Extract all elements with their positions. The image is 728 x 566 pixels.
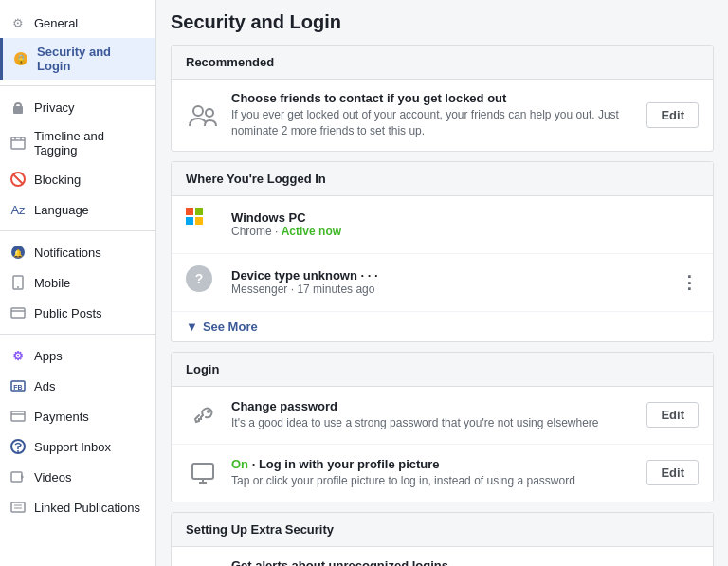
windows-pc-row: Windows PC Chrome · Active now (172, 196, 713, 254)
svg-rect-3 (15, 103, 21, 108)
logged-in-card: Where You're Logged In Windows PC Chrome (171, 161, 714, 342)
extra-security-header: Setting Up Extra Security (172, 513, 713, 547)
sidebar-label-notifications: Notifications (34, 246, 101, 260)
svg-point-28 (206, 109, 213, 117)
unknown-device-name: Device type unknown · · · (231, 268, 681, 283)
page-title: Security and Login (171, 11, 714, 33)
sidebar-item-notifications[interactable]: 🔔 Notifications (0, 237, 155, 267)
change-password-action: Edit (646, 402, 699, 428)
svg-rect-14 (11, 308, 25, 318)
unknown-device-menu[interactable]: ⋮ (681, 272, 699, 293)
choose-friends-icon (186, 98, 220, 132)
unknown-device-info: Device type unknown · · · Messenger · 17… (231, 268, 681, 296)
profile-picture-login-text: Log in with your profile picture (259, 457, 440, 471)
notifications-icon: 🔔 (9, 244, 27, 261)
public-icon (9, 304, 27, 321)
windows-pc-icon (186, 208, 220, 242)
profile-login-separator: · (252, 457, 259, 471)
see-more-button[interactable]: ▼ See More (172, 312, 713, 341)
change-password-edit-button[interactable]: Edit (646, 402, 699, 428)
change-password-row: Change password It's a good idea to use … (172, 387, 713, 445)
svg-rect-24 (11, 502, 25, 512)
alerts-title: Get alerts about unrecognized logins (231, 558, 637, 566)
change-password-desc: It's a good idea to use a strong passwor… (231, 415, 637, 431)
profile-picture-login-title: On · Log in with your profile picture (231, 457, 637, 471)
sidebar-label-videos: Videos (34, 470, 72, 484)
windows-pc-dot: · (275, 225, 282, 238)
svg-point-27 (193, 106, 203, 116)
choose-friends-action: Edit (646, 102, 699, 128)
sidebar-divider-1 (0, 85, 155, 86)
privacy-icon (9, 99, 27, 116)
sidebar: ⚙ General 🔒 Security and Login Privacy T… (0, 0, 156, 566)
svg-point-13 (17, 286, 19, 288)
choose-friends-content: Choose friends to contact if you get loc… (231, 91, 637, 139)
choose-friends-edit-button[interactable]: Edit (646, 102, 699, 128)
profile-picture-login-row: On · Log in with your profile picture Ta… (172, 445, 713, 502)
general-icon: ⚙ (9, 14, 27, 31)
change-password-icon (186, 398, 220, 432)
sidebar-item-timeline[interactable]: Timeline and Tagging (0, 122, 155, 164)
sidebar-item-language[interactable]: Az Language (0, 194, 155, 225)
change-password-title: Change password (231, 399, 637, 413)
sidebar-item-general[interactable]: ⚙ General (0, 8, 155, 38)
sidebar-label-privacy: Privacy (34, 100, 75, 115)
sidebar-label-ads: Ads (34, 379, 55, 393)
videos-icon (9, 468, 27, 485)
recommended-header: Recommended (172, 46, 713, 80)
svg-text:🔔: 🔔 (13, 248, 23, 258)
windows-pc-browser: Chrome (231, 225, 272, 238)
sidebar-label-payments: Payments (34, 410, 89, 424)
svg-point-29 (207, 410, 210, 413)
unknown-device-dots: · · · (361, 268, 378, 283)
svg-rect-30 (192, 464, 213, 479)
alerts-content: Get alerts about unrecognized logins We'… (231, 558, 637, 566)
sidebar-label-security: Security and Login (37, 45, 146, 73)
sidebar-item-support[interactable]: Support Inbox (0, 431, 155, 462)
unknown-device-time: 17 minutes ago (297, 283, 374, 296)
login-card: Login Change password It's a good idea t… (171, 352, 714, 502)
windows-pc-info: Windows PC Chrome · Active now (231, 210, 699, 238)
sidebar-item-mobile[interactable]: Mobile (0, 267, 155, 298)
see-more-label: See More (203, 320, 258, 334)
unknown-device-icon: ? (186, 265, 220, 300)
sidebar-item-ads[interactable]: FB Ads (0, 371, 155, 401)
profile-picture-login-icon (186, 456, 220, 490)
sidebar-item-public[interactable]: Public Posts (0, 298, 155, 328)
choose-friends-row: Choose friends to contact if you get loc… (172, 80, 713, 151)
sidebar-label-language: Language (34, 203, 89, 217)
sidebar-item-payments[interactable]: Payments (0, 401, 155, 431)
unknown-device-status: Messenger · 17 minutes ago (231, 283, 681, 296)
choose-friends-title: Choose friends to contact if you get loc… (231, 91, 637, 105)
chevron-down-icon: ▼ (186, 320, 198, 334)
unknown-device-app: Messenger (231, 283, 287, 296)
sidebar-item-linked[interactable]: Linked Publications (0, 492, 155, 522)
svg-text:🔒: 🔒 (15, 53, 27, 65)
windows-pc-status: Chrome · Active now (231, 225, 699, 238)
sidebar-item-apps[interactable]: ⚙ Apps (0, 340, 155, 371)
windows-pc-active: Active now (282, 225, 341, 238)
svg-point-21 (17, 450, 19, 452)
change-password-content: Change password It's a good idea to use … (231, 399, 637, 431)
sidebar-item-blocking[interactable]: Blocking (0, 164, 155, 194)
svg-line-9 (13, 174, 23, 184)
main-content: Security and Login Recommended Choose fr… (156, 0, 728, 566)
svg-text:FB: FB (13, 384, 22, 391)
profile-picture-login-action: Edit (646, 460, 699, 485)
sidebar-label-support: Support Inbox (34, 440, 111, 454)
logged-in-header: Where You're Logged In (172, 162, 713, 196)
sidebar-label-mobile: Mobile (34, 276, 70, 290)
login-header: Login (172, 353, 713, 387)
sidebar-item-videos[interactable]: Videos (0, 462, 155, 492)
sidebar-divider-3 (0, 334, 155, 335)
unknown-device-row: ? Device type unknown · · · Messenger · … (172, 254, 713, 312)
apps-icon: ⚙ (9, 347, 27, 364)
sidebar-item-privacy[interactable]: Privacy (0, 92, 155, 122)
sidebar-label-apps: Apps (34, 349, 63, 363)
sidebar-label-blocking: Blocking (34, 173, 81, 187)
profile-login-on-badge: On (231, 457, 248, 471)
profile-picture-login-content: On · Log in with your profile picture Ta… (231, 457, 637, 489)
sidebar-label-timeline: Timeline and Tagging (34, 129, 146, 157)
sidebar-item-security[interactable]: 🔒 Security and Login (0, 38, 155, 80)
profile-picture-login-edit-button[interactable]: Edit (646, 460, 699, 485)
